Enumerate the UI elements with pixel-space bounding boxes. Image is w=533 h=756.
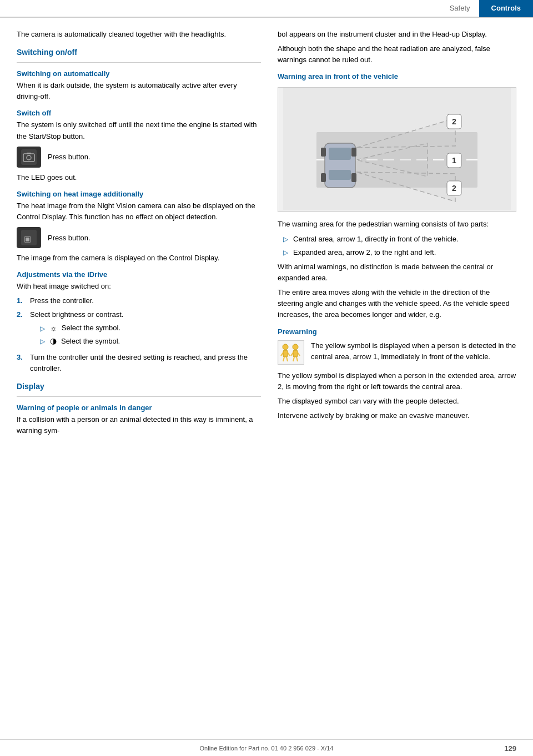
page-number: 129 [504, 744, 516, 753]
bullet-item-1: ▷ Central area, arrow 1, directly in fro… [283, 234, 516, 245]
arrow-icon-1: ▷ [40, 324, 46, 334]
list-num-2: 2. [17, 309, 26, 350]
svg-rect-14 [321, 173, 326, 182]
list-num-3: 3. [17, 352, 26, 374]
button-svg-2: ▣ [21, 230, 37, 245]
entire-area-text: The entire area moves along with the veh… [278, 287, 516, 320]
switching-on-off-heading: Switching on/off [17, 48, 261, 57]
svg-rect-12 [321, 148, 326, 157]
led-goes-out: The LED goes out. [17, 172, 261, 183]
displayed-symbol-text: The displayed symbol can vary with the p… [278, 396, 516, 407]
adjustments-list: 1. Press the controller. 2. Select brigh… [17, 295, 261, 374]
list-text-1: Press the controller. [30, 295, 94, 306]
switching-on-auto-body: When it is dark outside, the system is a… [17, 80, 261, 102]
svg-rect-10 [329, 148, 351, 160]
arrow-icon-2: ▷ [40, 336, 46, 347]
list-text-2: Select brightness or contrast. [30, 310, 123, 319]
page-header: Safety Controls [0, 0, 533, 18]
bullet-arrow-1: ▷ [283, 234, 289, 245]
intervene-text: Intervene actively by braking or make an… [278, 410, 516, 421]
list-item-2: 2. Select brightness or contrast. ▷ ☼ Se… [17, 309, 261, 350]
bullet-text-2: Expanded area, arrow 2, to the right and… [293, 247, 436, 258]
bullet-item-2: ▷ Expanded area, arrow 2, to the right a… [283, 247, 516, 258]
svg-text:2: 2 [452, 117, 456, 126]
switch-off-heading: Switch off [17, 109, 261, 117]
intro-text: The camera is automatically cleaned toge… [17, 29, 261, 40]
header-controls-label: Controls [479, 0, 533, 17]
adjustments-body: With heat image switched on: [17, 281, 261, 292]
switching-heat-heading: Switching on heat image additionally [17, 190, 261, 198]
button-row-2: ▣ Press button. [17, 227, 261, 248]
switch-off-body: The system is only switched off until th… [17, 119, 261, 142]
right-column: bol appears on the instrument cluster an… [278, 29, 516, 440]
list-item-2-content: Select brightness or contrast. ▷ ☼ Selec… [30, 309, 123, 350]
switching-on-automatically-heading: Switching on automatically [17, 69, 261, 78]
switch-off-button-icon [17, 147, 41, 168]
warning-area-heading: Warning area in front of the vehicle [278, 72, 516, 80]
svg-rect-33 [293, 350, 298, 357]
list-num-1: 1. [17, 295, 26, 306]
press-button-2-label: Press button. [48, 234, 90, 242]
header-safety-label: Safety [441, 0, 479, 17]
sub-item-2: ▷ ◑ Select the symbol. [40, 335, 123, 347]
svg-point-26 [283, 344, 288, 350]
switching-heat-body: The heat image from the Night Vision cam… [17, 200, 261, 223]
although-text: Although both the shape and the heat rad… [278, 43, 516, 65]
yellow-symbol-text: The yellow symbol is displayed when a pe… [278, 370, 516, 392]
sub-text-2: Select the symbol. [61, 336, 120, 347]
list-item-1: 1. Press the controller. [17, 295, 261, 306]
prewarning-icon [278, 340, 304, 365]
symbol-1: ☼ [50, 322, 57, 335]
bullet-text-1: Central area, arrow 1, directly in front… [293, 234, 459, 245]
animal-warning-text: With animal warnings, no distinction is … [278, 261, 516, 284]
svg-rect-25 [279, 341, 303, 364]
sub-text-1: Select the symbol. [62, 322, 120, 334]
footer-text: Online Edition for Part no. 01 40 2 956 … [200, 745, 334, 752]
list-item-3: 3. Turn the controller until the desired… [17, 352, 261, 374]
image-displayed: The image from the camera is displayed o… [17, 253, 261, 264]
prewarning-row: The yellow symbol is displayed when a pe… [278, 340, 516, 366]
svg-text:▣: ▣ [24, 234, 31, 243]
page-footer: Online Edition for Part no. 01 40 2 956 … [0, 739, 533, 756]
warning-area-bullets: ▷ Central area, arrow 1, directly in fro… [283, 234, 516, 258]
divider-2 [17, 396, 261, 397]
list-text-3: Turn the controller until the desired se… [30, 352, 261, 374]
adjustments-heading: Adjustments via the iDrive [17, 270, 261, 279]
svg-point-32 [293, 344, 298, 350]
divider-1 [17, 62, 261, 63]
svg-rect-13 [351, 148, 356, 157]
warning-people-body: If a collision with a person or an anima… [17, 414, 261, 436]
svg-rect-3 [27, 153, 31, 154]
main-content: The camera is automatically cleaned toge… [0, 18, 533, 451]
svg-rect-11 [329, 170, 351, 180]
warning-area-body: The warning area for the pedestrian warn… [278, 219, 516, 230]
svg-rect-15 [351, 173, 356, 182]
prewarning-heading: Prewarning [278, 327, 516, 336]
heat-button-icon: ▣ [17, 227, 41, 248]
warning-people-heading: Warning of people or animals in danger [17, 404, 261, 412]
svg-rect-27 [283, 350, 288, 357]
press-button-1-label: Press button. [48, 153, 90, 161]
symbol-2: ◑ [50, 335, 57, 347]
bullet-arrow-2: ▷ [283, 248, 289, 258]
display-heading: Display [17, 382, 261, 391]
svg-text:2: 2 [452, 184, 456, 193]
svg-text:1: 1 [452, 156, 456, 165]
warning-diagram-svg: 2 1 2 [278, 88, 516, 210]
left-column: The camera is automatically cleaned toge… [17, 29, 261, 440]
bol-continues: bol appears on the instrument cluster an… [278, 29, 516, 40]
button-row-1: Press button. [17, 147, 261, 168]
prewarning-body: The yellow symbol is displayed when a pe… [311, 340, 516, 362]
sub-bullet-list: ▷ ☼ Select the symbol. ▷ ◑ Select the sy… [40, 322, 123, 347]
button-svg-1 [21, 149, 37, 165]
sub-item-1: ▷ ☼ Select the symbol. [40, 322, 123, 335]
prewarning-svg [279, 341, 303, 364]
warning-area-diagram: 2 1 2 [278, 87, 516, 212]
